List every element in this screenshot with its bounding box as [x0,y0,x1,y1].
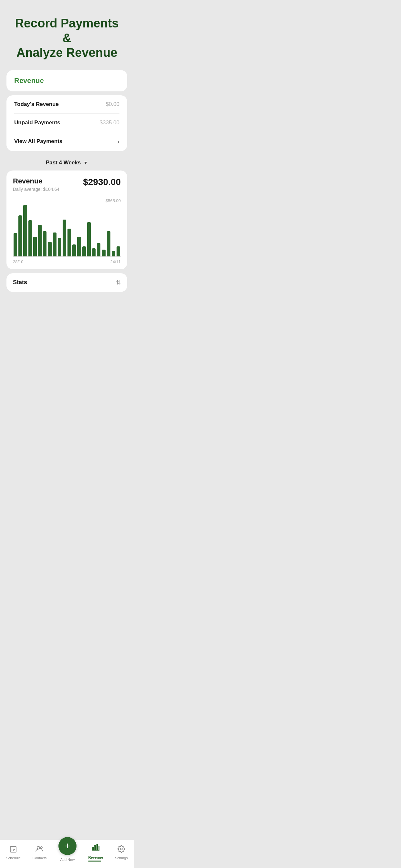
chart-bar [13,233,17,256]
chart-bar [117,246,120,256]
chart-bar [107,231,111,256]
chart-bar [92,248,96,256]
chart-bar [23,205,27,256]
chart-bar [72,244,76,256]
chart-bar [19,215,22,256]
chart-total: $2930.00 [83,177,121,187]
chart-date-end: 24/11 [110,259,121,264]
chart-bar [87,222,91,256]
period-selector[interactable]: Past 4 Weeks ▼ [46,155,88,170]
chart-bar [28,220,32,256]
chart-bar [97,243,100,256]
chart-max-label: $565.00 [13,198,121,203]
chart-dates: 28/10 24/11 [13,259,121,264]
today-revenue-row: Today's Revenue $0.00 [14,95,120,114]
chart-bar [48,242,51,256]
chart-bar [58,238,61,256]
chart-bar [38,225,42,256]
view-all-payments-label: View All Payments [14,138,62,145]
stats-rows-card: Today's Revenue $0.00 Unpaid Payments $3… [6,95,127,151]
unpaid-payments-row: Unpaid Payments $335.00 [14,114,120,132]
revenue-header-card: Revenue [6,70,127,91]
chart-bar [63,220,66,256]
chart-date-start: 28/10 [13,259,24,264]
chart-bar [67,228,71,256]
today-revenue-value: $0.00 [105,101,120,107]
chevron-right-icon: › [117,138,120,145]
chart-area [13,205,121,257]
chart-bar [33,237,37,256]
chart-subtitle: Daily average: $104.64 [13,187,59,192]
page-title: Record Payments & Analyze Revenue [0,0,134,70]
period-label: Past 4 Weeks [46,159,81,166]
stats-collapse-label: Stats [13,279,27,286]
chart-bar [43,231,47,256]
chart-bar [82,246,86,256]
chart-card: Revenue Daily average: $104.64 $2930.00 … [6,170,127,269]
chart-bar [53,232,57,256]
chart-bar [112,251,115,256]
chart-bar [102,250,105,256]
unpaid-payments-value: $335.00 [100,120,120,126]
view-all-payments-row[interactable]: View All Payments › [14,132,120,151]
today-revenue-label: Today's Revenue [14,101,59,107]
chart-title: Revenue [13,177,59,185]
sort-icon: ⇅ [116,279,121,286]
chart-bar [77,237,81,256]
unpaid-payments-label: Unpaid Payments [14,120,60,126]
revenue-header-label: Revenue [14,76,44,85]
chevron-down-icon: ▼ [83,160,88,165]
stats-collapse-card[interactable]: Stats ⇅ [6,273,127,292]
